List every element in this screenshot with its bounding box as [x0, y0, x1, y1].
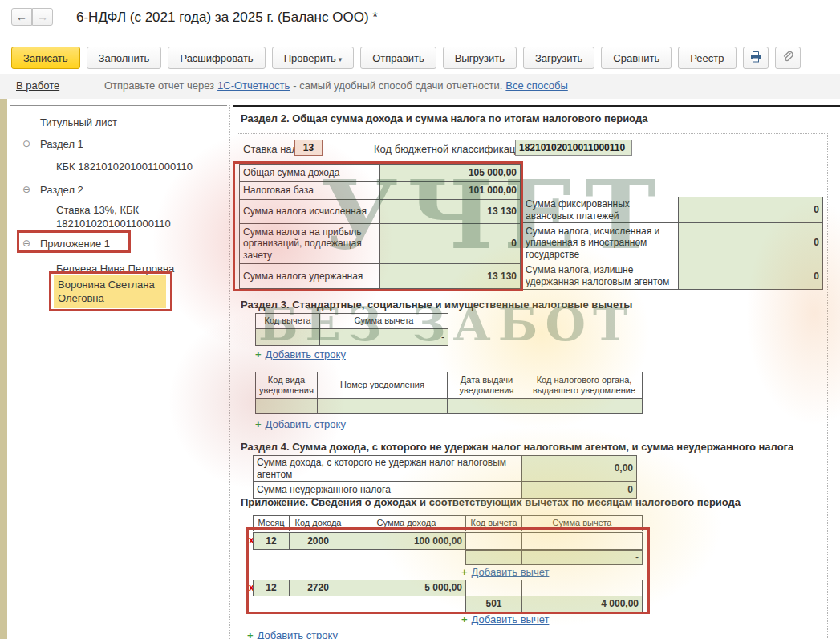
sidebar-item-appendix1[interactable]: Приложение 1: [40, 238, 110, 250]
toolbar: Записать Заполнить Расшифровать Проверит…: [11, 47, 830, 72]
deduction-sum-header: Сумма вычета: [320, 314, 448, 329]
tax-withheld-value[interactable]: 13 130: [380, 264, 521, 289]
load-button[interactable]: Загрузить: [523, 47, 594, 69]
total-income-label: Общая сумма дохода: [240, 165, 380, 182]
add-deduction-2[interactable]: +Добавить вычет: [461, 613, 549, 625]
plus-icon: +: [461, 613, 468, 625]
plus-icon: +: [255, 418, 262, 430]
month-cell[interactable]: 12: [254, 580, 290, 596]
app-window: ← → 6-НДФЛ (с 2021 года) за 2025 г. (Бал…: [0, 0, 840, 639]
deduction-code-empty: [466, 580, 522, 596]
section2-left-table: Общая сумма дохода105 000,00 Налоговая б…: [239, 164, 521, 289]
add-deduction-link[interactable]: Добавить вычет: [472, 613, 550, 625]
add-row-link[interactable]: Добавить строку: [266, 348, 346, 360]
header: ← → 6-НДФЛ (с 2021 года) за 2025 г. (Бал…: [0, 0, 840, 40]
tax-calculated-value[interactable]: 13 130: [380, 200, 521, 224]
profit-tax-offset-value[interactable]: 0: [380, 224, 521, 264]
deduction-subrow-1: -: [465, 550, 643, 565]
fill-button[interactable]: Заполнить: [87, 47, 162, 69]
export-button[interactable]: Выгрузить: [443, 47, 517, 69]
sidebar-item-section1[interactable]: Раздел 1: [40, 138, 83, 150]
deduction-code-cell[interactable]: [466, 551, 522, 565]
sidebar-item-kbk[interactable]: КБК 18210102010011000110: [56, 161, 193, 173]
add-row-link[interactable]: Добавить строку: [266, 418, 346, 430]
notice-date-cell[interactable]: [448, 399, 526, 414]
deduction-sum-cell[interactable]: -: [320, 329, 448, 346]
notifications-table: Код вида уведомления Номер уведомления Д…: [255, 372, 643, 414]
fixed-advance-value[interactable]: 0: [679, 197, 823, 223]
deduction-sum-cell[interactable]: -: [522, 551, 643, 565]
notice-number-cell[interactable]: [318, 399, 448, 414]
back-button[interactable]: ←: [11, 8, 32, 26]
deductions-table: Код вычетаСумма вычета -: [255, 313, 448, 346]
add-deduction-1[interactable]: +Добавить вычет: [461, 566, 549, 578]
section2-right-table: Сумма фиксированных авансовых платежей0 …: [521, 197, 823, 290]
notice-type-header: Код вида уведомления: [256, 372, 318, 399]
save-button[interactable]: Записать: [11, 47, 80, 69]
print-button[interactable]: [743, 47, 769, 69]
sidebar-item-section2[interactable]: Раздел 2: [40, 184, 83, 196]
all-ways-link[interactable]: Все способы: [505, 79, 567, 92]
panel-splitter[interactable]: [229, 105, 230, 639]
service-link[interactable]: 1С-Отчетность: [217, 79, 290, 92]
decipher-button[interactable]: Расшифровать: [168, 47, 265, 69]
paperclip-icon: [781, 54, 794, 66]
total-income-value[interactable]: 105 000,00: [380, 165, 521, 182]
sidebar-item-employee-belyaeva[interactable]: Беляева Нина Петровна: [56, 263, 174, 275]
tax-base-label: Налоговая база: [240, 182, 380, 200]
income-sum-header: Сумма дохода: [347, 516, 466, 531]
section2-title: Раздел 2. Общая сумма дохода и сумма нал…: [241, 112, 647, 124]
plus-icon: +: [461, 566, 468, 578]
collapse-icon[interactable]: ⊖: [22, 138, 30, 149]
deduction-code-header: Код вычета: [466, 516, 522, 531]
add-deduction-row[interactable]: +Добавить строку: [255, 348, 346, 360]
income-sum-cell[interactable]: 5 000,00: [347, 580, 466, 596]
deduction-code-cell[interactable]: 501: [466, 596, 522, 613]
collapse-icon[interactable]: ⊖: [22, 238, 30, 249]
attach-button[interactable]: [775, 47, 801, 69]
sidebar-item-rate[interactable]: Ставка 13%, КБК 18210102010011000110: [56, 203, 221, 230]
deduction-sum-cell[interactable]: 4 000,00: [522, 596, 643, 613]
income-sum-cell[interactable]: 100 000,00: [347, 533, 466, 550]
deduction-code-cell[interactable]: [256, 329, 320, 346]
plus-icon: +: [247, 629, 254, 639]
registry-button[interactable]: Реестр: [678, 47, 736, 69]
excess-withheld-label: Сумма налога, излишне удержанная налогов…: [522, 263, 679, 289]
report-status-link[interactable]: В работе: [16, 79, 59, 92]
appendix-header-row: Месяц Код дохода Сумма дохода Код вычета…: [253, 515, 643, 531]
back-arrow-icon: ←: [16, 10, 27, 23]
unwithheld-income-value[interactable]: 0,00: [522, 456, 637, 482]
add-income-row[interactable]: +Добавить строку: [247, 629, 338, 639]
tax-rate-field[interactable]: 13: [294, 140, 323, 156]
foreign-tax-value[interactable]: 0: [679, 223, 823, 263]
add-deduction-link[interactable]: Добавить вычет: [472, 566, 550, 578]
forward-button[interactable]: →: [32, 8, 53, 26]
section3-title: Раздел 3. Стандартные, социальные и имущ…: [241, 299, 632, 311]
banner-message: Отправьте отчет через1С-Отчетность- самы…: [104, 79, 571, 92]
excess-withheld-value[interactable]: 0: [679, 263, 823, 289]
income-code-cell[interactable]: 2000: [290, 533, 347, 550]
sidebar-item-title-page[interactable]: Титульный лист: [40, 116, 117, 128]
add-row-link[interactable]: Добавить строку: [258, 629, 338, 639]
page-title: 6-НДФЛ (с 2021 года) за 2025 г. (Баланс …: [76, 10, 378, 26]
add-notification-row[interactable]: +Добавить строку: [255, 418, 346, 430]
profit-tax-offset-label: Сумма налога на прибыль организаций, под…: [240, 224, 380, 264]
deduction-sum-empty: [522, 533, 643, 550]
send-button[interactable]: Отправить: [360, 47, 436, 69]
chevron-down-icon: ▾: [339, 55, 343, 63]
income-code-cell[interactable]: 2720: [290, 580, 347, 596]
notice-authority-cell[interactable]: [526, 399, 643, 414]
collapse-icon[interactable]: ⊖: [22, 184, 30, 195]
notice-type-cell[interactable]: [256, 399, 318, 414]
forward-arrow-icon: →: [37, 10, 48, 23]
month-cell[interactable]: 12: [254, 533, 290, 550]
section4-table: Сумма дохода, с которого не удержан нало…: [253, 455, 637, 499]
check-button[interactable]: Проверить▾: [272, 47, 355, 69]
notice-authority-header: Код налогового органа, выдавшего уведомл…: [526, 372, 643, 399]
tax-base-value[interactable]: 101 000,00: [380, 182, 521, 200]
report-form: Раздел 2. Общая сумма дохода и сумма нал…: [233, 105, 840, 639]
compare-button[interactable]: Сравнить: [601, 47, 672, 69]
kbk-field[interactable]: 18210102010011000110: [515, 140, 632, 156]
income-row-2: 12 2720 5 000,00: [253, 580, 643, 596]
sidebar-item-employee-voronina[interactable]: Воронина Светлана Олеговна: [54, 275, 166, 308]
